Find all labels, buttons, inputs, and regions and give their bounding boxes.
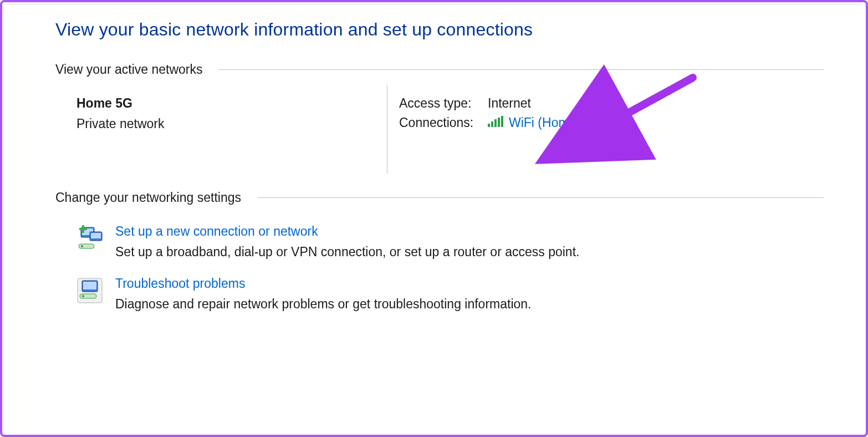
section-divider (258, 197, 824, 198)
access-type-row: Access type: Internet (399, 96, 601, 111)
wifi-signal-icon (488, 115, 509, 130)
svg-point-12 (81, 245, 83, 247)
svg-rect-2 (494, 119, 497, 127)
setup-new-connection-item: Set up a new connection or network Set u… (76, 224, 824, 260)
svg-rect-3 (498, 118, 500, 127)
connections-row: Connections: WiFi (Home 5G) (399, 115, 601, 130)
vertical-divider (387, 85, 387, 174)
svg-point-17 (82, 295, 84, 297)
setup-new-connection-desc: Set up a broadband, dial-up or VPN conne… (115, 245, 579, 260)
svg-rect-0 (488, 124, 490, 127)
connections-label: Connections: (399, 115, 488, 130)
wifi-connection-link[interactable]: WiFi (Home 5G) (509, 115, 601, 130)
svg-rect-4 (501, 116, 503, 127)
network-sharing-center: View your basic network information and … (55, 19, 824, 437)
section-active-networks-label: View your active networks (55, 62, 202, 77)
top-hairline (6, 4, 862, 5)
change-items: Set up a new connection or network Set u… (76, 224, 824, 312)
network-properties: Access type: Internet Connections: WiFi … (399, 96, 601, 135)
page-title: View your basic network information and … (55, 19, 824, 40)
section-change-settings: Change your networking settings (55, 190, 824, 205)
troubleshoot-item: Troubleshoot problems Diagnose and repai… (76, 276, 824, 312)
active-networks-panel: Home 5G Private network Access type: Int… (76, 96, 824, 179)
svg-rect-8 (91, 233, 101, 238)
section-active-networks: View your active networks (55, 62, 824, 77)
access-type-label: Access type: (399, 96, 488, 111)
troubleshoot-icon (76, 277, 103, 304)
section-change-settings-label: Change your networking settings (55, 190, 241, 205)
setup-new-connection-link[interactable]: Set up a new connection or network (115, 224, 579, 239)
troubleshoot-link[interactable]: Troubleshoot problems (115, 276, 531, 291)
troubleshoot-desc: Diagnose and repair network problems or … (115, 297, 531, 312)
section-divider (219, 69, 824, 70)
svg-rect-15 (83, 282, 96, 289)
svg-rect-1 (491, 121, 493, 127)
svg-rect-10 (79, 228, 87, 230)
new-connection-icon (76, 225, 103, 252)
access-type-value: Internet (488, 96, 531, 111)
